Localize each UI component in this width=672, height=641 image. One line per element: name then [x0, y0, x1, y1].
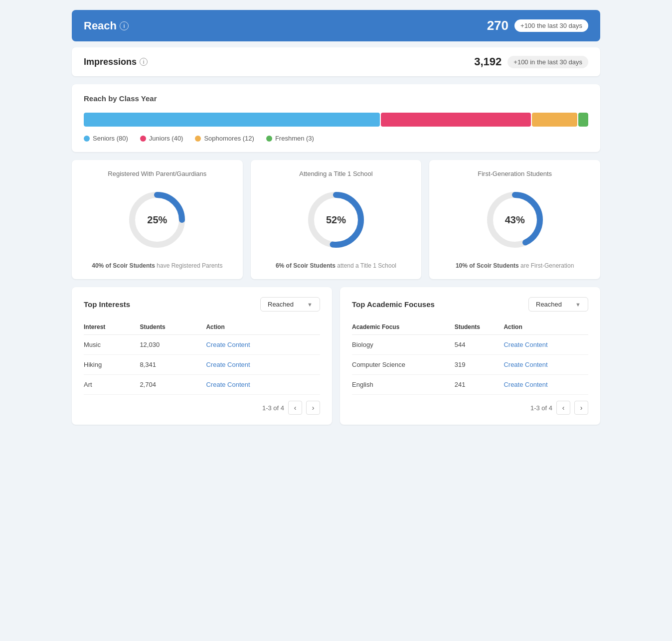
top-interests-dropdown-value: Reached [268, 301, 294, 308]
table-row: Music12,030Create Content [84, 335, 320, 355]
reach-class-year-title: Reach by Class Year [84, 94, 588, 103]
impressions-right: 3,192 +100 in the last 30 days [474, 55, 588, 68]
legend-label: Sophomores (12) [204, 135, 254, 142]
reach-label: Reach [84, 19, 117, 32]
bar-segment [532, 113, 577, 127]
top-academic-focuses-title: Top Academic Focuses [352, 300, 435, 309]
bar-legend: Seniors (80)Juniors (40)Sophomores (12)F… [84, 135, 588, 142]
academic-focus-students: 241 [455, 375, 504, 395]
legend-label: Seniors (80) [93, 135, 128, 142]
reach-by-class-year-card: Reach by Class Year Seniors (80)Juniors … [72, 84, 600, 152]
col-interest: Interest [84, 320, 140, 335]
donut-chart: 52% [304, 187, 368, 252]
interest-students: 8,341 [140, 355, 206, 375]
top-academic-prev-btn[interactable]: ‹ [556, 401, 570, 415]
legend-item: Seniors (80) [84, 135, 128, 142]
interest-name: Hiking [84, 355, 140, 375]
top-academic-focuses-table-header-row: Academic Focus Students Action [352, 320, 588, 335]
reach-count: 270 [487, 18, 508, 33]
top-interests-next-btn[interactable]: › [306, 401, 320, 415]
top-interests-chevron-icon: ▼ [307, 302, 313, 308]
interest-name: Art [84, 375, 140, 395]
stacked-bar-chart [84, 113, 588, 127]
top-interests-tbody: Music12,030Create ContentHiking8,341Crea… [84, 335, 320, 395]
stat-note: 6% of Scoir Students attend a Title 1 Sc… [276, 262, 396, 269]
impressions-label: Impressions [84, 57, 137, 67]
interest-students: 12,030 [140, 335, 206, 355]
top-interests-dropdown[interactable]: Reached ▼ [260, 297, 320, 312]
legend-item: Juniors (40) [140, 135, 183, 142]
tables-row: Top Interests Reached ▼ Interest Student… [72, 287, 600, 425]
legend-dot [140, 136, 146, 142]
impressions-info-icon[interactable]: i [140, 58, 148, 66]
table-row: Art2,704Create Content [84, 375, 320, 395]
top-interests-page-info: 1-3 of 4 [262, 404, 284, 412]
impressions-row: Impressions i 3,192 +100 in the last 30 … [72, 47, 600, 76]
top-interests-table: Interest Students Action Music12,030Crea… [84, 320, 320, 395]
col-action-academic: Action [504, 320, 588, 335]
table-row: Hiking8,341Create Content [84, 355, 320, 375]
top-interests-pagination: 1-3 of 4 ‹ › [84, 401, 320, 415]
create-content-link[interactable]: Create Content [504, 335, 588, 355]
reach-title-group: Reach i [84, 19, 129, 32]
stat-card: Attending a Title 1 School 52%6% of Scoi… [251, 160, 422, 279]
top-academic-tbody: Biology544Create ContentComputer Science… [352, 335, 588, 395]
academic-focus-students: 544 [455, 335, 504, 355]
interest-name: Music [84, 335, 140, 355]
top-interests-header: Top Interests Reached ▼ [84, 297, 320, 312]
legend-dot [195, 136, 201, 142]
top-academic-focuses-chevron-icon: ▼ [575, 302, 581, 308]
col-students-interest: Students [140, 320, 206, 335]
interest-students: 2,704 [140, 375, 206, 395]
reach-right: 270 +100 the last 30 days [487, 18, 588, 33]
stats-cards-row: Registered With Parent/Gaurdians 25%40% … [72, 160, 600, 279]
reach-badge: +100 the last 30 days [514, 19, 588, 32]
top-academic-focuses-table: Academic Focus Students Action Biology54… [352, 320, 588, 395]
impressions-title-group: Impressions i [84, 57, 148, 67]
table-row: Computer Science319Create Content [352, 355, 588, 375]
create-content-link[interactable]: Create Content [206, 375, 320, 395]
bar-segment [84, 113, 380, 127]
top-interests-prev-btn[interactable]: ‹ [288, 401, 302, 415]
stat-card: Registered With Parent/Gaurdians 25%40% … [72, 160, 243, 279]
col-action-interest: Action [206, 320, 320, 335]
top-interests-table-header-row: Interest Students Action [84, 320, 320, 335]
stat-card-title: Registered With Parent/Gaurdians [108, 170, 206, 177]
stat-note: 40% of Scoir Students have Registered Pa… [92, 262, 222, 269]
create-content-link[interactable]: Create Content [504, 375, 588, 395]
stat-card-title: Attending a Title 1 School [299, 170, 372, 177]
donut-percent-label: 43% [505, 214, 525, 226]
academic-focus-name: English [352, 375, 455, 395]
donut-chart: 25% [125, 187, 189, 252]
stacked-bar [84, 113, 588, 127]
table-row: English241Create Content [352, 375, 588, 395]
top-academic-focuses-dropdown[interactable]: Reached ▼ [528, 297, 588, 312]
legend-label: Juniors (40) [149, 135, 183, 142]
create-content-link[interactable]: Create Content [206, 355, 320, 375]
table-row: Biology544Create Content [352, 335, 588, 355]
reach-header: Reach i 270 +100 the last 30 days [72, 10, 600, 41]
reach-info-icon[interactable]: i [120, 21, 129, 30]
donut-percent-label: 52% [326, 214, 346, 226]
top-interests-title: Top Interests [84, 300, 130, 309]
legend-item: Freshmen (3) [266, 135, 314, 142]
create-content-link[interactable]: Create Content [504, 355, 588, 375]
col-students-academic: Students [455, 320, 504, 335]
bar-segment [578, 113, 588, 127]
top-academic-focuses-card: Top Academic Focuses Reached ▼ Academic … [340, 287, 600, 425]
bar-segment [381, 113, 531, 127]
top-interests-card: Top Interests Reached ▼ Interest Student… [72, 287, 332, 425]
academic-focus-students: 319 [455, 355, 504, 375]
impressions-count: 3,192 [474, 55, 502, 68]
legend-dot [266, 136, 272, 142]
legend-item: Sophomores (12) [195, 135, 254, 142]
top-academic-focuses-header: Top Academic Focuses Reached ▼ [352, 297, 588, 312]
stat-card: First-Generation Students 43%10% of Scoi… [429, 160, 600, 279]
academic-focus-name: Computer Science [352, 355, 455, 375]
top-academic-next-btn[interactable]: › [574, 401, 588, 415]
donut-chart: 43% [483, 187, 547, 252]
col-academic-focus: Academic Focus [352, 320, 455, 335]
legend-label: Freshmen (3) [275, 135, 314, 142]
stat-note: 10% of Scoir Students are First-Generati… [456, 262, 574, 269]
create-content-link[interactable]: Create Content [206, 335, 320, 355]
